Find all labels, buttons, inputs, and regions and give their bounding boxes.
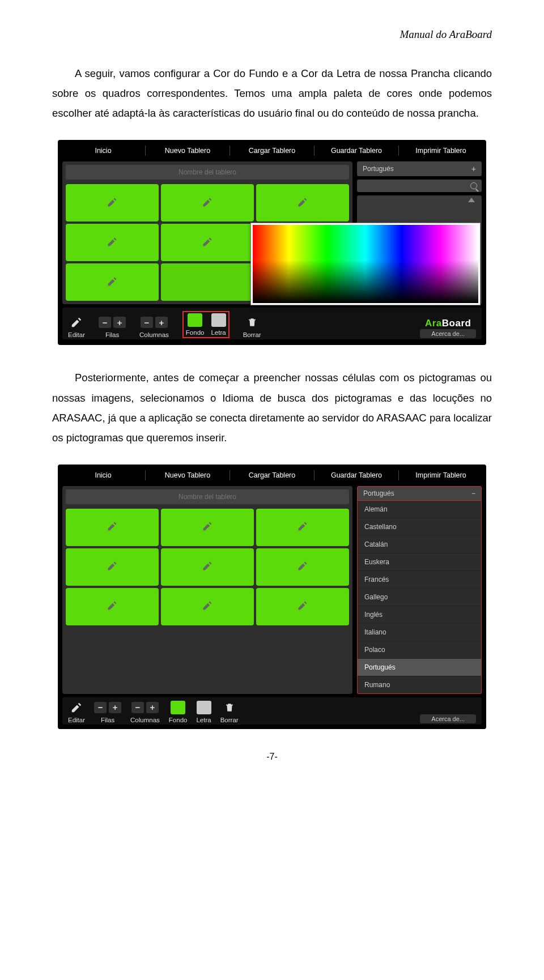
- columnas-minus[interactable]: −: [141, 317, 153, 328]
- language-option[interactable]: Catalán: [358, 536, 481, 553]
- board-name-input-row: [66, 489, 349, 504]
- color-picker-popup[interactable]: [250, 223, 481, 305]
- board-cell[interactable]: [66, 263, 159, 301]
- letra-swatch-button[interactable]: Letra: [211, 313, 226, 336]
- language-option[interactable]: Euskera: [358, 553, 481, 571]
- acerca-de-button[interactable]: Acerca de...: [420, 714, 476, 723]
- filas-minus[interactable]: −: [94, 702, 107, 713]
- araboard-app-screenshot-2: Inicio Nuevo Tablero Cargar Tablero Guar…: [58, 465, 486, 729]
- language-option[interactable]: Francés: [358, 571, 481, 589]
- board-name-input[interactable]: [122, 168, 292, 176]
- language-option[interactable]: Inglés: [358, 606, 481, 624]
- borrar-button[interactable]: Borrar: [220, 701, 239, 723]
- pencil-icon: [70, 701, 83, 714]
- editar-button[interactable]: Editar: [68, 701, 85, 723]
- scroll-up-icon[interactable]: [468, 198, 475, 202]
- language-option[interactable]: Gallego: [358, 589, 481, 606]
- pencil-icon: [297, 521, 308, 534]
- columnas-control[interactable]: −+ Columnas: [130, 701, 160, 723]
- board-cell[interactable]: [161, 548, 254, 586]
- fondo-label: Fondo: [169, 717, 188, 723]
- board-cell[interactable]: [256, 548, 349, 586]
- page-number: -7-: [52, 752, 492, 762]
- top-menu-bar: Inicio Nuevo Tablero Cargar Tablero Guar…: [58, 465, 486, 484]
- pencil-icon: [297, 197, 308, 210]
- menu-cargar-tablero[interactable]: Cargar Tablero: [230, 144, 314, 157]
- cell-grid: [66, 509, 349, 625]
- language-option[interactable]: Portugués: [358, 659, 481, 676]
- board-cell[interactable]: [66, 184, 159, 221]
- language-option[interactable]: Polaco: [358, 641, 481, 659]
- editar-label: Editar: [68, 331, 85, 338]
- columnas-minus[interactable]: −: [131, 702, 144, 713]
- filas-control[interactable]: −+ Filas: [99, 316, 126, 338]
- fondo-swatch-button[interactable]: Fondo: [186, 313, 205, 336]
- menu-guardar-tablero[interactable]: Guardar Tablero: [314, 469, 398, 482]
- acerca-de-button[interactable]: Acerca de...: [420, 329, 476, 338]
- filas-plus[interactable]: +: [109, 702, 121, 713]
- menu-guardar-tablero[interactable]: Guardar Tablero: [314, 144, 398, 157]
- filas-label: Filas: [101, 717, 114, 723]
- filas-label: Filas: [105, 331, 119, 338]
- board-cell[interactable]: [256, 184, 349, 221]
- araboard-logo: AraBoard: [425, 318, 471, 329]
- fondo-color-swatch: [171, 701, 185, 714]
- board-cell[interactable]: [161, 509, 254, 546]
- pencil-icon: [202, 236, 213, 249]
- pencil-icon: [202, 521, 213, 534]
- menu-inicio[interactable]: Inicio: [61, 469, 145, 482]
- araboard-app-screenshot-1: Inicio Nuevo Tablero Cargar Tablero Guar…: [58, 140, 486, 345]
- editar-button[interactable]: Editar: [68, 316, 85, 338]
- board-cell[interactable]: [161, 224, 254, 261]
- columnas-plus[interactable]: +: [146, 702, 159, 713]
- borrar-button[interactable]: Borrar: [243, 316, 261, 338]
- menu-inicio[interactable]: Inicio: [61, 144, 145, 157]
- top-menu-bar: Inicio Nuevo Tablero Cargar Tablero Guar…: [58, 140, 486, 159]
- letra-label: Letra: [211, 329, 226, 336]
- board-cell[interactable]: [161, 588, 254, 625]
- language-option[interactable]: Rumano: [358, 676, 481, 693]
- board-cell[interactable]: [66, 548, 159, 586]
- pencil-icon: [107, 521, 118, 534]
- color-spectrum[interactable]: [253, 225, 478, 303]
- filas-control[interactable]: −+ Filas: [94, 701, 121, 723]
- board-cell[interactable]: [161, 184, 254, 221]
- language-option[interactable]: Italiano: [358, 624, 481, 641]
- logo-area: Acerca de...: [420, 714, 476, 723]
- language-select[interactable]: Portugués −: [357, 486, 482, 501]
- pencil-icon: [202, 197, 213, 210]
- pencil-icon: [70, 316, 83, 329]
- pencil-icon: [107, 236, 118, 249]
- board-cell[interactable]: [66, 509, 159, 546]
- menu-nuevo-tablero[interactable]: Nuevo Tablero: [146, 469, 230, 482]
- language-select[interactable]: Portugués +: [357, 161, 482, 176]
- menu-imprimir-tablero[interactable]: Imprimir Tablero: [399, 144, 483, 157]
- menu-imprimir-tablero[interactable]: Imprimir Tablero: [399, 469, 483, 482]
- board-cell[interactable]: [161, 263, 254, 301]
- collapse-language-icon: −: [471, 489, 475, 497]
- filas-plus[interactable]: +: [113, 317, 126, 328]
- board-cell[interactable]: [256, 588, 349, 625]
- language-option[interactable]: Alemán: [358, 501, 481, 518]
- columnas-control[interactable]: −+ Columnas: [139, 316, 169, 338]
- board-name-input[interactable]: [122, 493, 292, 501]
- language-selected-label: Portugués: [363, 165, 394, 173]
- language-option[interactable]: Castellano: [358, 518, 481, 536]
- filas-minus[interactable]: −: [99, 317, 111, 328]
- menu-nuevo-tablero[interactable]: Nuevo Tablero: [146, 144, 230, 157]
- bottom-toolbar: Editar −+ Filas −+ Columnas Fondo Letra: [62, 308, 482, 339]
- fondo-letra-highlight-box: Fondo Letra: [182, 311, 230, 338]
- board-cell[interactable]: [256, 509, 349, 546]
- pencil-icon: [107, 600, 118, 613]
- letra-swatch-button[interactable]: Letra: [196, 701, 211, 723]
- pencil-icon: [107, 560, 118, 573]
- borrar-label: Borrar: [220, 717, 239, 723]
- search-row[interactable]: [357, 180, 482, 192]
- board-cell[interactable]: [66, 588, 159, 625]
- bottom-toolbar: Editar −+ Filas −+ Columnas Fondo Letra …: [62, 697, 482, 725]
- pencil-icon: [202, 560, 213, 573]
- board-cell[interactable]: [66, 224, 159, 261]
- menu-cargar-tablero[interactable]: Cargar Tablero: [230, 469, 314, 482]
- fondo-swatch-button[interactable]: Fondo: [169, 701, 188, 723]
- columnas-plus[interactable]: +: [155, 317, 168, 328]
